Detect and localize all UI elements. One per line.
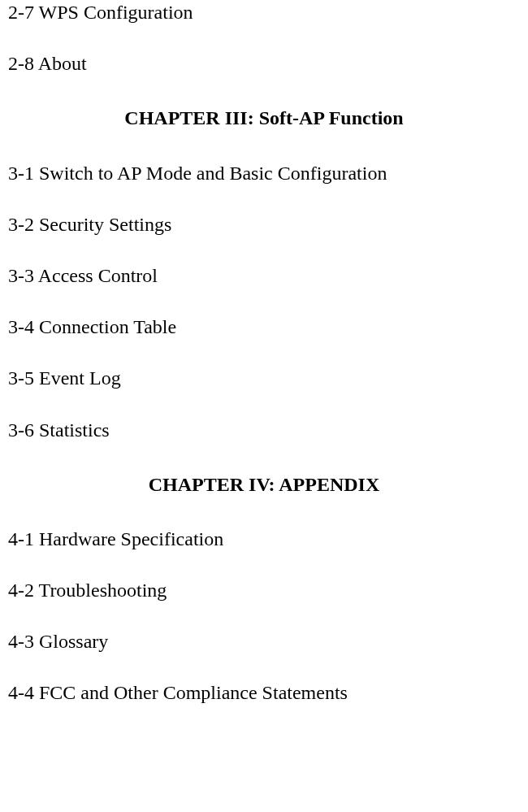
toc-entry: 4-4 FCC and Other Compliance Statements [8,680,520,706]
toc-entry: 3-1 Switch to AP Mode and Basic Configur… [8,161,520,186]
chapter-heading: CHAPTER III: Soft-AP Function [8,106,520,131]
toc-entry: 2-7 WPS Configuration [8,0,520,25]
toc-entry: 4-2 Troubleshooting [8,578,520,603]
toc-entry: 3-5 Event Log [8,366,520,391]
toc-entry: 3-6 Statistics [8,418,520,443]
toc-entry: 4-1 Hardware Specification [8,527,520,552]
chapter-heading: CHAPTER IV: APPENDIX [8,472,520,497]
toc-entry: 2-8 About [8,51,520,76]
toc-entry: 3-4 Connection Table [8,315,520,340]
toc-entry: 3-3 Access Control [8,263,520,289]
toc-entry: 4-3 Glossary [8,629,520,654]
toc-entry: 3-2 Security Settings [8,212,520,237]
toc-block: 2-7 WPS Configuration 2-8 About CHAPTER … [8,0,520,706]
